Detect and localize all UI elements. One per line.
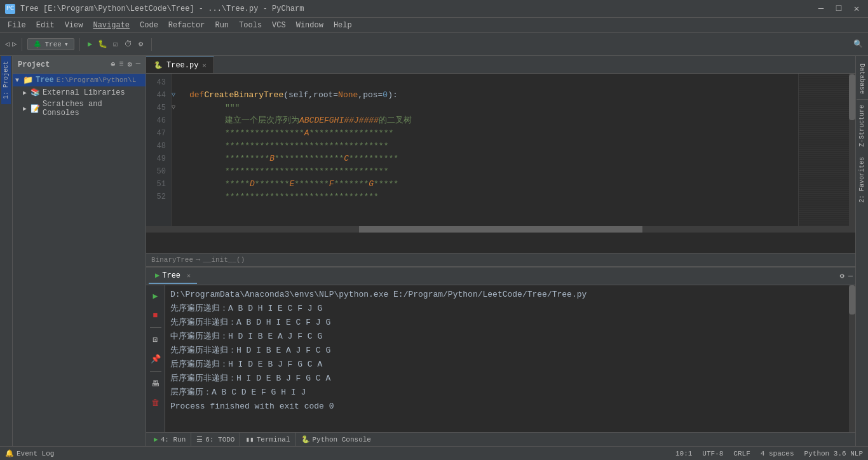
line-num-52: 52 [146, 191, 171, 203]
menu-navigate[interactable]: Navigate [88, 18, 135, 32]
tab-tree-py[interactable]: 🐍 Tree.py ✕ [146, 57, 214, 73]
code-line-45: """ [187, 102, 793, 114]
run-panel-controls: ⚙ — [840, 271, 853, 281]
run-output: D:\ProgramData\Anaconda3\envs\NLP\python… [165, 285, 849, 432]
tree-selector-btn[interactable]: 🌲 Tree ▾ [27, 38, 74, 50]
h-scrollbar-thumb[interactable] [359, 226, 642, 233]
bottom-todo-label: 6: TODO [205, 436, 234, 443]
bottom-tab-todo[interactable]: ☰ 6: TODO [191, 433, 240, 447]
toolbar-forward-btn[interactable]: ▷ [12, 39, 17, 49]
tree-arrow-ext: ▶ [23, 89, 31, 97]
project-tab[interactable]: 1: Project [1, 56, 11, 104]
breadcrumb-bar: BinaryTree → __init__() [146, 253, 855, 267]
code-editor[interactable]: 43 44 45 46 47 48 49 50 51 52 ▽ [146, 74, 855, 226]
status-indent[interactable]: 4 spaces [761, 450, 794, 457]
run-clear-btn[interactable]: 🗑 [149, 396, 163, 410]
run-tab-bar: ▶ Tree ✕ ⚙ — [146, 267, 855, 285]
database-tab[interactable]: Database [857, 58, 867, 99]
scratches-label: Scratches and Consoles [43, 100, 143, 118]
minimize-button[interactable]: — [815, 3, 827, 14]
run-tab-tree[interactable]: ▶ Tree ✕ [149, 268, 197, 284]
bottom-tab-run[interactable]: ▶ 4: Run [149, 433, 191, 447]
tree-icon: 🌲 [33, 40, 42, 48]
run-out-1: 先序遍历递归：A B D H I E C F J G [170, 302, 844, 316]
menu-bar: File Edit View Navigate Code Refactor Ru… [0, 18, 868, 33]
run-minimize-icon[interactable]: — [848, 272, 853, 281]
collapse-icon[interactable]: ≡ [119, 60, 123, 69]
settings-icon[interactable]: ⚙ [128, 60, 132, 69]
toolbar-back-btn[interactable]: ◁ [5, 39, 10, 49]
tree-item-tree[interactable]: ▼ 📁 Tree E:\Program\Python\L [13, 74, 146, 86]
run-settings-icon[interactable]: ⚙ [840, 271, 844, 281]
bottom-tab-python-console[interactable]: 🐍 Python Console [296, 433, 376, 447]
run-tab-label: Tree [162, 271, 180, 280]
run-btn[interactable]: ▶ [85, 39, 95, 50]
run-print-btn[interactable]: 🖶 [149, 377, 163, 391]
vertical-scrollbar[interactable] [849, 74, 855, 226]
tree-item-scratches[interactable]: ▶ 📝 Scratches and Consoles [13, 98, 146, 119]
debug-btn[interactable]: 🐛 [98, 39, 108, 50]
menu-window[interactable]: Window [291, 18, 329, 32]
run-out-2: 先序遍历非递归：A B D H I E C F J G [170, 316, 844, 330]
run-scrollbar[interactable] [849, 285, 855, 432]
menu-tools[interactable]: Tools [234, 18, 267, 32]
bottom-tab-terminal[interactable]: ▮▮ Terminal [240, 433, 295, 447]
run-pin-btn[interactable]: 📌 [149, 352, 163, 366]
scratches-icon: 📝 [31, 104, 40, 114]
code-line-48: ********************************* [187, 140, 793, 152]
line-num-51: 51 [146, 178, 171, 191]
toolbar-sep3 [151, 38, 152, 51]
menu-file[interactable]: File [3, 18, 31, 32]
breadcrumb-sep: → [196, 255, 200, 264]
bell-icon: 🔔 [5, 449, 14, 457]
bottom-tab-bar: ▶ 4: Run ☰ 6: TODO ▮▮ Terminal 🐍 Python … [146, 432, 855, 446]
run-scrollbar-thumb[interactable] [849, 285, 855, 315]
run-out-4: 先序遍历非递归：H D I B E A J F C G [170, 344, 844, 358]
status-encoding[interactable]: UTF-8 [702, 450, 723, 457]
maximize-button[interactable]: □ [832, 3, 845, 14]
status-line-sep[interactable]: CRLF [733, 450, 750, 457]
add-icon[interactable]: ⊕ [111, 60, 115, 69]
profile-btn[interactable]: ⏱ [123, 39, 133, 50]
fold-44: ▽ [172, 89, 182, 102]
menu-code[interactable]: Code [135, 18, 163, 32]
menu-view[interactable]: View [60, 18, 88, 32]
run-content: ▶ ■ ⊡ 📌 🖶 🗑 D:\ProgramData\Anaconda3\env… [146, 285, 855, 432]
tree-item-external-libs[interactable]: ▶ 📚 External Libraries [13, 86, 146, 98]
tools-btn[interactable]: ⚙ [136, 39, 146, 50]
run-restore-btn[interactable]: ⊡ [149, 333, 163, 347]
menu-edit[interactable]: Edit [31, 18, 60, 32]
favorites-tab[interactable]: 2: Favorites [857, 152, 867, 208]
folder-icon: 📁 [23, 75, 33, 85]
menu-vcs[interactable]: VCS [267, 18, 291, 32]
horizontal-scrollbar[interactable] [146, 226, 855, 233]
minimize-panel-icon[interactable]: — [136, 60, 140, 69]
close-button[interactable]: ✕ [850, 3, 863, 14]
line-num-47: 47 [146, 127, 171, 140]
breadcrumb-class: BinaryTree [151, 256, 193, 264]
run-sep1 [150, 327, 161, 328]
code-content[interactable]: def CreateBinaryTree(self, root=None, po… [182, 74, 798, 226]
menu-refactor[interactable]: Refactor [163, 18, 210, 32]
toolbar-sep1 [22, 38, 22, 51]
status-position[interactable]: 10:1 [675, 450, 692, 457]
status-event-log[interactable]: 🔔 Event Log [5, 449, 54, 457]
run-again-btn[interactable]: ▶ [149, 289, 163, 303]
tab-close-btn[interactable]: ✕ [202, 62, 206, 69]
menu-help[interactable]: Help [329, 18, 357, 32]
run-tab-close[interactable]: ✕ [187, 272, 191, 280]
run-out-5: 后序遍历递归：H I D E B J F G C A [170, 358, 844, 372]
scrollbar-thumb[interactable] [849, 74, 855, 120]
panel-header: Project ⊕ ≡ ⚙ — [13, 56, 146, 74]
panel-header-icons: ⊕ ≡ ⚙ — [111, 60, 140, 69]
status-python-version[interactable]: Python 3.6 NLP [804, 450, 863, 457]
z-structure-tab[interactable]: Z-Structure [857, 100, 867, 152]
run-stop-btn[interactable]: ■ [149, 308, 163, 322]
run-play-icon: ▶ [155, 271, 159, 280]
menu-run[interactable]: Run [210, 18, 234, 32]
status-bar: 🔔 Event Log 10:1 UTF-8 CRLF 4 spaces Pyt… [0, 446, 868, 460]
code-editor-area: 43 44 45 46 47 48 49 50 51 52 ▽ [146, 74, 855, 253]
search-everywhere-btn[interactable]: 🔍 [853, 39, 863, 50]
tree-root-label: Tree [36, 76, 54, 85]
coverage-btn[interactable]: ☑ [111, 39, 121, 50]
